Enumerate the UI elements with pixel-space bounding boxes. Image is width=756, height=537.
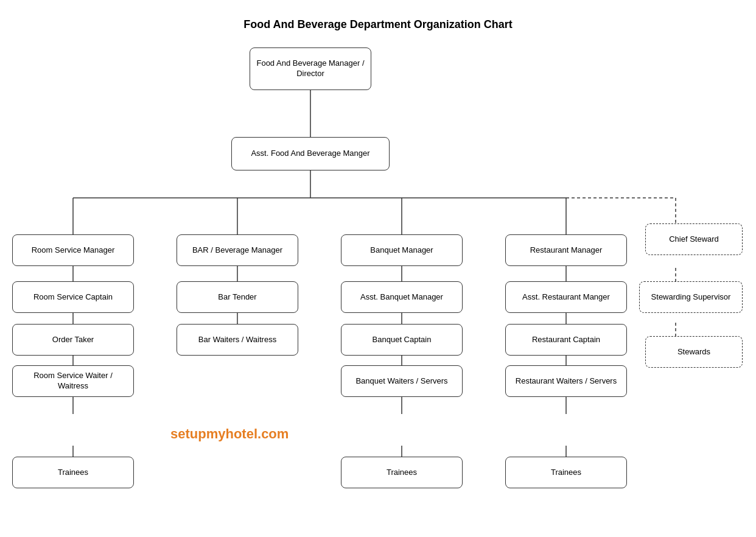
box-rm: Restaurant Manager: [505, 234, 627, 266]
box-st: Stewards: [645, 336, 743, 368]
box-bc: Banquet Captain: [341, 324, 463, 356]
box-abm: Asst. Banquet Manager: [341, 281, 463, 313]
box-bbm: BAR / Beverage Manager: [177, 234, 298, 266]
box-t1: Trainees: [12, 457, 134, 488]
box-bws: Banquet Waiters / Servers: [341, 365, 463, 397]
box-arm: Asst. Restaurant Manger: [505, 281, 627, 313]
box-rws: Restaurant Waiters / Servers: [505, 365, 627, 397]
chart-container: Food And Beverage Department Organizatio…: [0, 0, 756, 537]
box-rsm: Room Service Manager: [12, 234, 134, 266]
box-bww: Bar Waiters / Waitress: [177, 324, 298, 356]
box-ss: Stewarding Supervisor: [639, 281, 743, 313]
box-rsc: Room Service Captain: [12, 281, 134, 313]
watermark: setupmyhotel.com: [170, 426, 289, 442]
chart-title: Food And Beverage Department Organizatio…: [12, 12, 744, 31]
box-t3: Trainees: [505, 457, 627, 488]
box-cs: Chief Steward: [645, 223, 743, 255]
box-bt: Bar Tender: [177, 281, 298, 313]
box-fbm: Food And Beverage Manager / Director: [250, 47, 371, 90]
box-ot: Order Taker: [12, 324, 134, 356]
box-afbm: Asst. Food And Beverage Manger: [231, 137, 390, 170]
box-bm: Banquet Manager: [341, 234, 463, 266]
box-t2: Trainees: [341, 457, 463, 488]
box-rsww: Room Service Waiter / Waitress: [12, 365, 134, 397]
box-rc: Restaurant Captain: [505, 324, 627, 356]
